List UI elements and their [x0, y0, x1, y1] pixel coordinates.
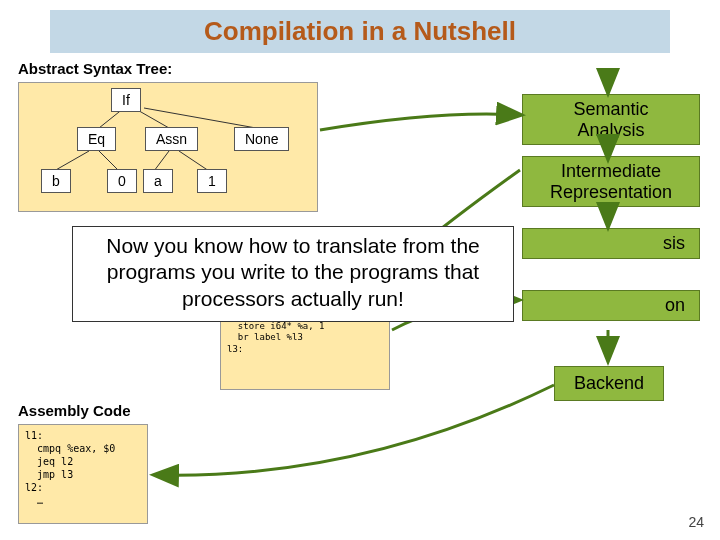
stage-semantic-analysis: Semantic Analysis	[522, 94, 700, 145]
callout-box: Now you know how to translate from the p…	[72, 226, 514, 322]
asm-heading: Assembly Code	[18, 402, 131, 419]
ast-node-none: None	[234, 127, 289, 151]
ast-heading: Abstract Syntax Tree:	[18, 60, 172, 77]
stage-codegen-fragment: on	[522, 290, 700, 321]
svg-line-3	[54, 151, 89, 171]
svg-line-2	[144, 108, 256, 128]
asm-code-panel: l1: cmpq %eax, $0 jeq l2 jmp l3 l2: …	[18, 424, 148, 524]
ast-panel: If Eq Assn None b 0 a 1	[18, 82, 318, 212]
svg-line-6	[179, 151, 209, 171]
callout-line1: Now you know how to translate from the	[83, 233, 503, 259]
svg-line-4	[99, 151, 119, 171]
ast-node-zero: 0	[107, 169, 137, 193]
stage-analysis-fragment: sis	[522, 228, 700, 259]
svg-line-5	[154, 151, 169, 171]
callout-line3: processors actually run!	[83, 286, 503, 312]
ast-node-b: b	[41, 169, 71, 193]
ast-node-one: 1	[197, 169, 227, 193]
ast-node-eq: Eq	[77, 127, 116, 151]
callout-line2: programs you write to the programs that	[83, 259, 503, 285]
slide-title: Compilation in a Nutshell	[50, 10, 670, 53]
slide-number: 24	[688, 514, 704, 530]
stage-intermediate-representation: Intermediate Representation	[522, 156, 700, 207]
ast-node-assn: Assn	[145, 127, 198, 151]
ast-node-if: If	[111, 88, 141, 112]
ast-node-a: a	[143, 169, 173, 193]
stage-backend: Backend	[554, 366, 664, 401]
